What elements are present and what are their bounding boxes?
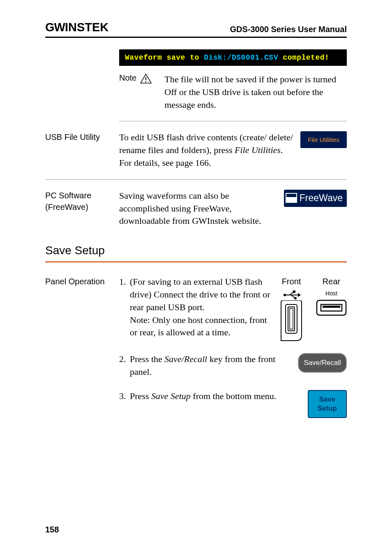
note-label: Note xyxy=(119,73,136,83)
panel-operation-step-2: 2. Press the Save/Recall key from the fr… xyxy=(45,353,347,379)
usb-file-utility-label: USB File Utility xyxy=(45,131,119,143)
svg-point-7 xyxy=(294,297,297,300)
svg-line-6 xyxy=(291,295,295,298)
warning-icon xyxy=(140,73,152,84)
svg-rect-13 xyxy=(323,306,340,308)
orange-divider xyxy=(45,261,347,262)
step-1-number: 1. xyxy=(119,276,130,288)
freewave-icon xyxy=(286,193,297,203)
step-3-text: Press Save Setup from the bottom menu. xyxy=(130,390,300,403)
usb-rear-port-icon xyxy=(316,300,347,316)
save-setup-button[interactable]: Save Setup xyxy=(308,390,347,418)
usb-front-column: Front xyxy=(279,276,304,341)
page-header: GWINSTEK GDS-3000 Series User Manual xyxy=(45,21,347,38)
banner-prefix: Waveform save to xyxy=(125,53,204,62)
usb-front-port-icon xyxy=(279,300,304,341)
svg-rect-5 xyxy=(293,290,295,293)
freewave-badge-text: FreeWave xyxy=(300,191,343,204)
freewave-badge: FreeWave xyxy=(284,190,347,207)
brand-logo: GWINSTEK xyxy=(45,21,108,34)
panel-operation-step-1: Panel Operation 1. (For saving to an ext… xyxy=(45,276,347,341)
save-recall-button[interactable]: Save/Recall xyxy=(298,353,347,373)
panel-operation-label: Panel Operation xyxy=(45,276,119,287)
step-1-text: (For saving to an external USB flash dri… xyxy=(130,276,272,339)
usb-file-utility-text: To edit USB flash drive contents (create… xyxy=(119,131,296,169)
waveform-save-banner: Waveform save to Disk:/DS0001.CSV comple… xyxy=(119,49,347,66)
note-row: Note The file will not be saved if the p… xyxy=(119,73,347,121)
banner-suffix: completed! xyxy=(278,53,329,62)
step-2-number: 2. xyxy=(119,353,130,366)
svg-rect-9 xyxy=(288,307,295,331)
page-number: 158 xyxy=(45,525,59,534)
usb-panel-diagram: Front Rear Ho xyxy=(279,276,347,341)
banner-disk-path: Disk:/DS0001.CSV xyxy=(204,53,278,62)
document-title: GDS-3000 Series User Manual xyxy=(230,25,347,34)
usb-front-label: Front xyxy=(282,276,301,287)
save-setup-heading: Save Setup xyxy=(45,244,347,257)
panel-operation-step-3: 3. Press Save Setup from the bottom menu… xyxy=(45,390,347,418)
usb-host-label: Host xyxy=(325,290,337,298)
pc-software-section: PC Software (FreeWave) Saving waveforms … xyxy=(45,190,347,228)
file-utilities-button[interactable]: File Utilities xyxy=(300,131,347,148)
usb-rear-label: Rear xyxy=(323,276,340,287)
usb-rear-column: Rear Host xyxy=(316,276,347,341)
usb-file-utility-section: USB File Utility To edit USB flash drive… xyxy=(45,131,347,169)
pc-software-text: Saving waveforms can also be accomplishe… xyxy=(119,190,280,228)
step-3-number: 3. xyxy=(119,390,130,403)
svg-point-1 xyxy=(145,81,147,82)
pc-software-label: PC Software (FreeWave) xyxy=(45,190,119,213)
usb-symbol-icon xyxy=(282,290,301,300)
divider xyxy=(45,179,347,180)
svg-rect-10 xyxy=(290,309,293,329)
step-2-text: Press the Save/Recall key from the front… xyxy=(130,353,290,379)
note-text: The file will not be saved if the power … xyxy=(164,73,347,111)
